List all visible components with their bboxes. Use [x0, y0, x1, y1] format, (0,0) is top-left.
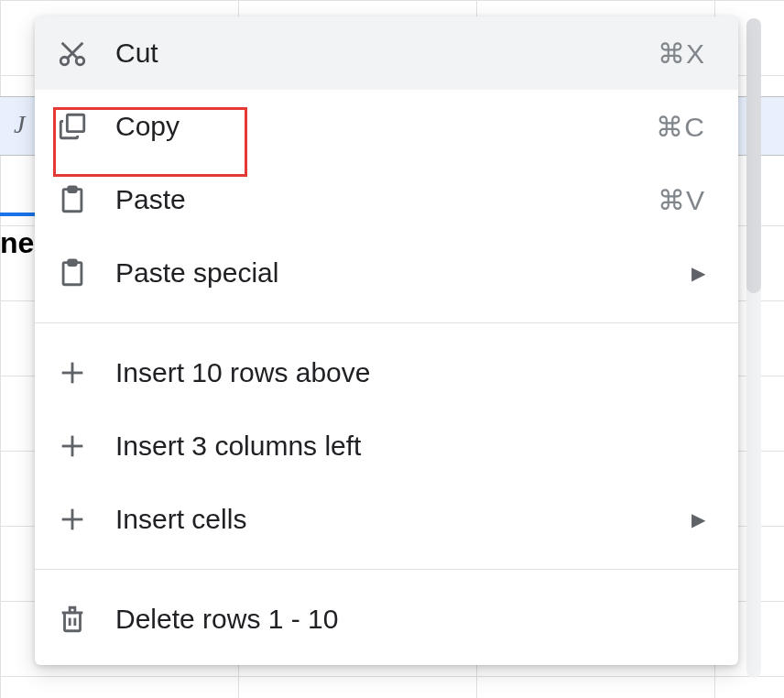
menu-label: Paste — [115, 184, 658, 215]
menu-scrollbar[interactable] — [746, 18, 761, 678]
menu-item-paste-special[interactable]: Paste special ▶ — [35, 236, 738, 310]
cell-text-fragment: ne — [0, 226, 34, 260]
trash-icon — [57, 604, 115, 635]
svg-rect-8 — [69, 260, 77, 266]
submenu-arrow-icon: ▶ — [691, 262, 705, 284]
paste-special-icon — [57, 257, 115, 289]
menu-label: Paste special — [115, 257, 691, 289]
menu-label: Copy — [115, 111, 656, 142]
menu-separator — [35, 569, 738, 570]
menu-item-copy[interactable]: Copy ⌘C — [35, 90, 738, 163]
menu-shortcut: ⌘V — [658, 184, 705, 216]
plus-icon — [57, 504, 115, 535]
menu-label: Delete rows 1 - 10 — [115, 604, 705, 635]
svg-rect-6 — [69, 187, 77, 192]
submenu-arrow-icon: ▶ — [691, 508, 705, 530]
menu-label: Cut — [115, 38, 658, 69]
copy-icon — [57, 111, 115, 142]
selected-row-indicator — [0, 213, 35, 216]
plus-icon — [57, 357, 115, 388]
menu-item-insert-rows-above[interactable]: Insert 10 rows above — [35, 336, 738, 409]
column-header-letter: J — [14, 110, 25, 139]
plus-icon — [57, 431, 115, 462]
menu-scrollbar-thumb[interactable] — [746, 18, 761, 293]
menu-separator — [35, 322, 738, 323]
svg-point-1 — [76, 57, 84, 65]
menu-item-delete-rows[interactable]: Delete rows 1 - 10 — [35, 583, 738, 656]
menu-label: Insert cells — [115, 504, 691, 535]
menu-item-insert-cells[interactable]: Insert cells ▶ — [35, 483, 738, 556]
menu-shortcut: ⌘C — [656, 111, 705, 143]
paste-icon — [57, 184, 115, 215]
context-menu: Cut ⌘X Copy ⌘C Paste ⌘V Paste — [35, 16, 738, 665]
menu-item-cut[interactable]: Cut ⌘X — [35, 16, 738, 90]
menu-item-insert-columns-left[interactable]: Insert 3 columns left — [35, 409, 738, 483]
cut-icon — [57, 38, 115, 69]
menu-shortcut: ⌘X — [658, 38, 705, 70]
svg-rect-4 — [67, 115, 83, 131]
menu-label: Insert 10 rows above — [115, 357, 705, 388]
svg-point-0 — [60, 57, 69, 65]
menu-label: Insert 3 columns left — [115, 431, 705, 462]
menu-item-paste[interactable]: Paste ⌘V — [35, 163, 738, 236]
